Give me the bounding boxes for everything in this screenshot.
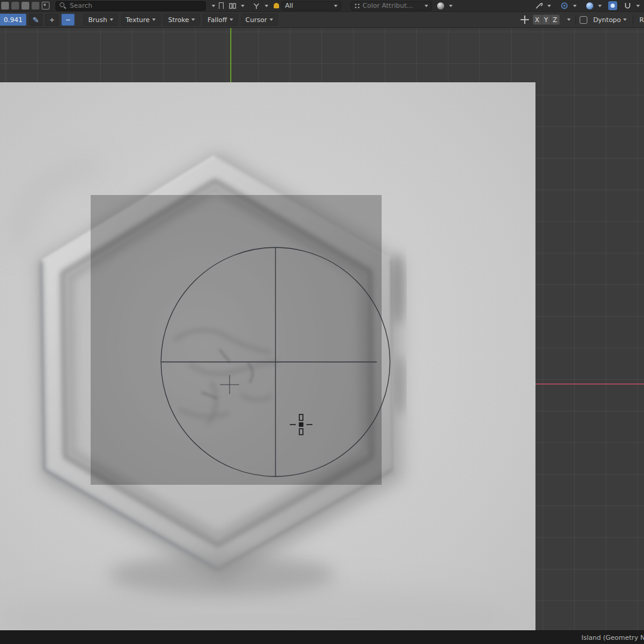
gizmo-dropdown[interactable] <box>558 1 580 11</box>
split-view-icon <box>229 2 236 10</box>
toolbar-right-cluster: X Y Z Dyntopo R <box>521 14 644 26</box>
image-new-icon[interactable] <box>32 2 39 10</box>
tool-settings-bar: 0.941 ✎ + − Brush Texture Stroke Falloff… <box>0 12 644 28</box>
minus-icon: − <box>65 16 70 24</box>
attribute-grid-icon <box>354 3 360 9</box>
chevron-down-icon <box>571 2 577 10</box>
color-attribute-dropdown[interactable]: Color Attribut... <box>351 1 432 11</box>
material-preview-dropdown[interactable] <box>434 1 456 11</box>
symmetry-move-icon[interactable] <box>521 16 529 24</box>
subtract-mode-button[interactable]: − <box>61 14 75 26</box>
chevron-down-icon <box>634 2 640 10</box>
remesh-label: R <box>639 16 644 24</box>
image-pin-icon[interactable] <box>21 2 29 10</box>
search-field[interactable] <box>55 1 206 11</box>
fake-user-icon[interactable] <box>219 2 224 9</box>
texture-menu-label: Texture <box>126 16 150 24</box>
falloff-menu[interactable]: Falloff <box>203 14 237 26</box>
mirror-x-button[interactable]: X <box>532 14 542 25</box>
cursor-menu-label: Cursor <box>246 16 267 24</box>
blender-window: All Color Attribut... <box>0 0 644 644</box>
shading-sphere-icon <box>586 2 593 10</box>
dyntopo-label: Dyntopo <box>593 16 621 24</box>
snap-dropdown[interactable] <box>621 1 643 11</box>
display-channels-label: All <box>285 2 293 10</box>
eyedropper-icon <box>535 2 543 10</box>
dyntopo-toggle-icon[interactable] <box>580 16 587 24</box>
texture-menu[interactable]: Texture <box>121 14 160 26</box>
material-sphere-icon <box>437 2 444 10</box>
notification-bell-icon[interactable] <box>274 3 279 8</box>
3d-viewport[interactable] <box>0 28 644 630</box>
add-mode-button[interactable]: + <box>45 14 58 26</box>
linked-data-dropdown[interactable] <box>208 1 216 11</box>
mirror-y-button[interactable]: Y <box>541 14 551 25</box>
remesh-menu[interactable]: R <box>637 14 644 26</box>
mirror-y-label: Y <box>544 16 547 23</box>
brush-menu[interactable]: Brush <box>83 14 118 26</box>
chevron-down-icon <box>447 2 453 10</box>
falloff-menu-label: Falloff <box>208 16 227 24</box>
stencil-overlay[interactable] <box>91 195 396 485</box>
stroke-menu[interactable]: Stroke <box>163 14 200 26</box>
color-attribute-label: Color Attribut... <box>363 2 413 10</box>
active-object-info: Island (Geometry N <box>581 634 644 642</box>
split-view-dropdown[interactable] <box>226 1 247 11</box>
image-open-icon[interactable] <box>42 2 49 10</box>
active-brush-button[interactable]: ✎ <box>29 14 42 26</box>
chevron-down-icon <box>262 2 268 10</box>
editor-type-icon[interactable] <box>1 2 9 10</box>
branch-icon <box>253 2 260 10</box>
mirror-x-label: X <box>535 16 539 23</box>
header-right-cluster <box>532 1 643 11</box>
dyntopo-menu[interactable]: Dyntopo <box>591 14 630 26</box>
plus-icon: + <box>49 16 54 24</box>
image-header-bar: All Color Attribut... <box>0 0 644 12</box>
eyedropper-dropdown[interactable] <box>532 1 554 11</box>
mirror-axis-group: X Y Z <box>532 14 560 25</box>
search-icon <box>60 2 66 9</box>
y-axis-line <box>230 28 231 82</box>
status-bar: Island (Geometry N <box>0 630 644 644</box>
chevron-down-icon <box>545 2 551 10</box>
brush-menu-label: Brush <box>88 16 107 24</box>
display-channels-dropdown[interactable]: All <box>281 1 341 11</box>
cursor-menu[interactable]: Cursor <box>241 14 278 26</box>
chevron-down-icon <box>239 2 244 10</box>
chevron-down-icon <box>596 2 602 10</box>
stroke-menu-label: Stroke <box>168 16 189 24</box>
strength-value: 0.941 <box>4 16 23 24</box>
mirror-z-label: Z <box>553 16 557 23</box>
chevron-down-icon <box>422 2 428 10</box>
stencil-area[interactable] <box>91 195 382 485</box>
image-browse-icon[interactable] <box>11 2 19 10</box>
magnet-icon <box>624 2 631 10</box>
mirror-z-button[interactable]: Z <box>550 14 560 25</box>
separator <box>633 15 633 24</box>
x-axis-line <box>535 383 644 385</box>
overlay-toggle-icon[interactable] <box>608 1 617 10</box>
brush-icon: ✎ <box>33 16 39 24</box>
chevron-down-icon <box>332 2 338 10</box>
separator <box>575 15 576 24</box>
search-input[interactable] <box>70 2 202 10</box>
symmetry-dropdown[interactable] <box>564 15 572 24</box>
shading-dropdown[interactable] <box>583 1 605 11</box>
pivot-dropdown[interactable] <box>250 1 271 11</box>
gizmo-icon <box>561 2 568 10</box>
strength-slider[interactable]: 0.941 <box>0 14 26 26</box>
